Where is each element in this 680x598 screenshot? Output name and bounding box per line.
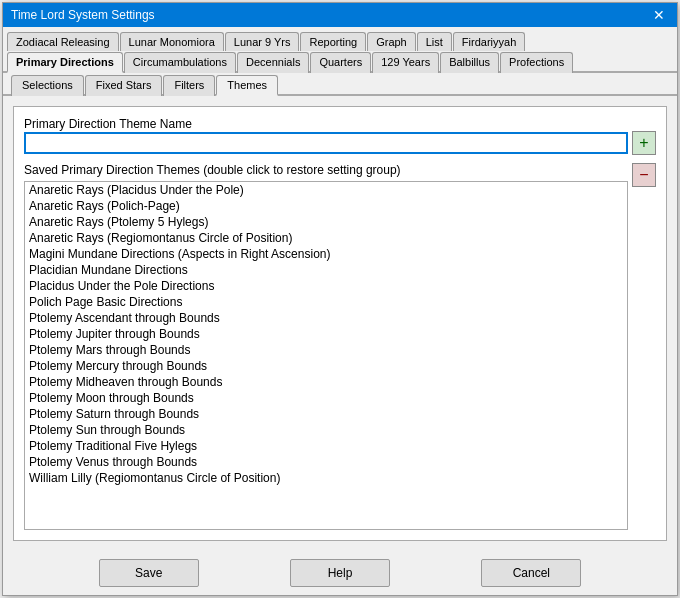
tab-primary-directions[interactable]: Primary Directions (7, 52, 123, 73)
tab-lunar-monomiora[interactable]: Lunar Monomiora (120, 32, 224, 51)
main-window: Time Lord System Settings ✕ Zodiacal Rel… (2, 2, 678, 596)
tabs-area: Zodiacal Releasing Lunar Monomiora Lunar… (3, 27, 677, 73)
saved-themes-section: Saved Primary Direction Themes (double c… (24, 163, 656, 530)
list-item[interactable]: Magini Mundane Directions (Aspects in Ri… (25, 246, 627, 262)
theme-name-label: Primary Direction Theme Name (24, 117, 656, 131)
list-item[interactable]: Anaretic Rays (Regiomontanus Circle of P… (25, 230, 627, 246)
title-bar: Time Lord System Settings ✕ (3, 3, 677, 27)
theme-name-input-row: + (24, 131, 656, 155)
inner-tab-fixed-stars[interactable]: Fixed Stars (85, 75, 163, 96)
list-item[interactable]: Placidian Mundane Directions (25, 262, 627, 278)
tab-firdariyyah[interactable]: Firdariyyah (453, 32, 525, 51)
list-item[interactable]: Ptolemy Venus through Bounds (25, 454, 627, 470)
list-item[interactable]: Anaretic Rays (Placidus Under the Pole) (25, 182, 627, 198)
tab-graph[interactable]: Graph (367, 32, 416, 51)
remove-theme-button[interactable]: − (632, 163, 656, 187)
inner-tab-filters[interactable]: Filters (163, 75, 215, 96)
list-item[interactable]: Ptolemy Traditional Five Hylegs (25, 438, 627, 454)
tab-lunar-9yrs[interactable]: Lunar 9 Yrs (225, 32, 300, 51)
tab-129years[interactable]: 129 Years (372, 52, 439, 73)
footer: Save Help Cancel (3, 551, 677, 595)
tab-decennials[interactable]: Decennials (237, 52, 309, 73)
tab-list[interactable]: List (417, 32, 452, 51)
tab-profections[interactable]: Profections (500, 52, 573, 73)
tab-row-2: Primary Directions Circumambulations Dec… (3, 50, 677, 73)
tab-balbillus[interactable]: Balbillus (440, 52, 499, 73)
tab-reporting[interactable]: Reporting (300, 32, 366, 51)
list-item[interactable]: Ptolemy Saturn through Bounds (25, 406, 627, 422)
theme-name-section: Primary Direction Theme Name + (24, 117, 656, 155)
help-button[interactable]: Help (290, 559, 390, 587)
tab-quarters[interactable]: Quarters (310, 52, 371, 73)
window-title: Time Lord System Settings (11, 8, 155, 22)
list-item[interactable]: Placidus Under the Pole Directions (25, 278, 627, 294)
tab-circumambulations[interactable]: Circumambulations (124, 52, 236, 73)
themes-list-box[interactable]: Anaretic Rays (Placidus Under the Pole)A… (24, 181, 628, 530)
inner-tab-selections[interactable]: Selections (11, 75, 84, 96)
main-panel: Primary Direction Theme Name + Saved Pri… (13, 106, 667, 541)
list-item[interactable]: Ptolemy Sun through Bounds (25, 422, 627, 438)
list-item[interactable]: Ptolemy Mars through Bounds (25, 342, 627, 358)
list-item[interactable]: Polich Page Basic Directions (25, 294, 627, 310)
inner-tabs-row: Selections Fixed Stars Filters Themes (3, 73, 677, 96)
list-item[interactable]: Ptolemy Jupiter through Bounds (25, 326, 627, 342)
themes-list-container: Saved Primary Direction Themes (double c… (24, 163, 628, 530)
list-item[interactable]: Anaretic Rays (Polich-Page) (25, 198, 627, 214)
list-item[interactable]: Anaretic Rays (Ptolemy 5 Hylegs) (25, 214, 627, 230)
content-area: Primary Direction Theme Name + Saved Pri… (3, 96, 677, 551)
inner-tab-themes[interactable]: Themes (216, 75, 278, 96)
save-button[interactable]: Save (99, 559, 199, 587)
tab-row-1: Zodiacal Releasing Lunar Monomiora Lunar… (3, 27, 677, 50)
list-item[interactable]: Ptolemy Ascendant through Bounds (25, 310, 627, 326)
close-button[interactable]: ✕ (649, 8, 669, 22)
list-item[interactable]: Ptolemy Midheaven through Bounds (25, 374, 627, 390)
theme-name-input[interactable] (24, 132, 628, 154)
add-theme-button[interactable]: + (632, 131, 656, 155)
list-item[interactable]: Ptolemy Moon through Bounds (25, 390, 627, 406)
list-item[interactable]: Ptolemy Mercury through Bounds (25, 358, 627, 374)
saved-themes-label: Saved Primary Direction Themes (double c… (24, 163, 628, 177)
list-item[interactable]: William Lilly (Regiomontanus Circle of P… (25, 470, 627, 486)
tab-zodiacal-releasing[interactable]: Zodiacal Releasing (7, 32, 119, 51)
cancel-button[interactable]: Cancel (481, 559, 581, 587)
